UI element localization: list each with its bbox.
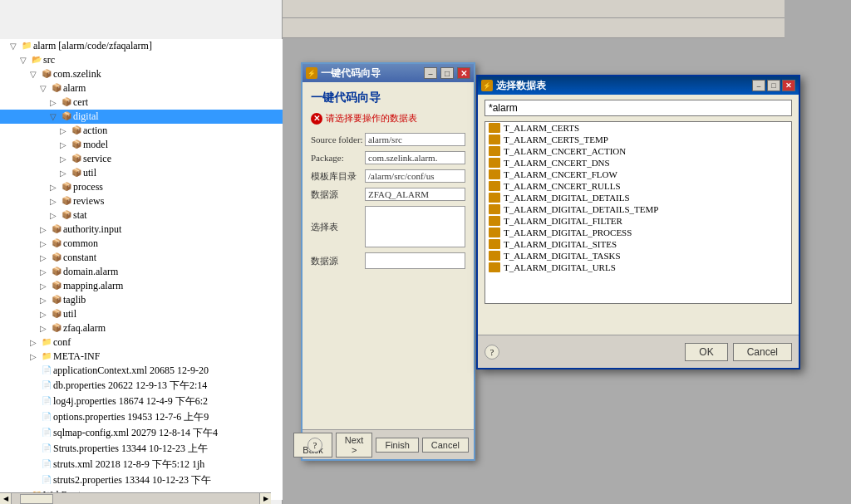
table-list-item[interactable]: T_ALARM_CNCERT_FLOW	[485, 169, 791, 180]
tree-item-label: db.properties 20622 12-9-13 下午2:14	[53, 379, 207, 393]
table-list-item[interactable]: T_ALARM_DIGITAL_SITES	[485, 238, 791, 250]
table-title-icon: ⚡	[481, 80, 493, 91]
tree-item-label: META-INF	[53, 350, 100, 363]
table-list[interactable]: T_ALARM_CERTS T_ALARM_CERTS_TEMP T_ALARM…	[485, 121, 792, 304]
table-list-item[interactable]: T_ALARM_DIGITAL_FILTER	[485, 215, 791, 227]
table-maximize-btn[interactable]: □	[767, 80, 780, 91]
package-icon: 📦	[60, 210, 73, 222]
list-item[interactable]: 📄 applicationContext.xml 20685 12-9-20	[0, 364, 283, 378]
package-icon: 📦	[70, 139, 83, 151]
error-icon: ✕	[311, 113, 322, 125]
table-cancel-btn[interactable]: Cancel	[733, 343, 792, 361]
list-item[interactable]: 📄 options.properties 19453 12-7-6 上午9	[0, 409, 283, 425]
list-item[interactable]: ▷ 📦 stat	[0, 208, 283, 223]
package-label: Package:	[311, 153, 365, 163]
package-icon: 📦	[50, 281, 63, 292]
xml-icon: 📄	[40, 365, 53, 377]
tree-item-label: common	[63, 237, 98, 250]
tree-root[interactable]: ▽ 📁 alarm [alarm/code/zfaqalarm]	[0, 39, 283, 53]
list-item[interactable]: ▽ 📦 com.szelink	[0, 67, 283, 81]
table-list-item[interactable]: T_ALARM_CERTS	[485, 122, 791, 134]
package-icon: 📦	[60, 182, 73, 193]
list-item[interactable]: ▷ 📦 zfaq.alarm	[0, 321, 283, 335]
table-close-btn[interactable]: ✕	[782, 80, 795, 91]
table-list-item[interactable]: T_ALARM_CNCERT_DNS	[485, 157, 791, 169]
table-item-icon	[489, 251, 500, 261]
tree-item-label: taglib	[63, 294, 86, 306]
list-item[interactable]: ▷ 📦 process	[0, 180, 283, 194]
package-icon: 📦	[50, 83, 63, 95]
tree-item-label: log4j.properties 18674 12-4-9 下午6:2	[53, 394, 208, 409]
table-minimize-btn[interactable]: –	[752, 80, 765, 91]
list-item[interactable]: ▽ 📦 digital	[0, 110, 283, 124]
root-icon: 📁	[20, 41, 33, 52]
tree-item-label: reviews	[73, 195, 104, 208]
wizard-finish-btn[interactable]: Finish	[376, 438, 418, 453]
table-list-item[interactable]: T_ALARM_CERTS_TEMP	[485, 134, 791, 145]
wizard-help-btn[interactable]: ?	[307, 438, 322, 453]
list-item[interactable]: 📄 Struts.properties 13344 10-12-23 上午	[0, 441, 283, 457]
hscroll-right-btn[interactable]: ▶	[259, 493, 271, 505]
table-list-item[interactable]: T_ALARM_CNCERT_ACTION	[485, 145, 791, 157]
list-item[interactable]: ▷ 📦 service	[0, 152, 283, 166]
table-list-item[interactable]: T_ALARM_DIGITAL_URLS	[485, 262, 791, 273]
table-item-icon	[489, 158, 500, 168]
xml-icon: 📄	[40, 428, 53, 439]
table-list-item[interactable]: T_ALARM_DIGITAL_PROCESS	[485, 227, 791, 238]
list-item[interactable]: ▷ 📁 conf	[0, 335, 283, 350]
list-item[interactable]: 📄 struts.xml 20218 12-8-9 下午5:12 1jh	[0, 457, 283, 472]
table-search-input[interactable]	[485, 100, 792, 116]
source-folder-row: Source folder: alarm/src	[311, 133, 465, 146]
tree-scroll[interactable]: ▽ 📁 alarm [alarm/code/zfaqalarm] ▽ 📂 src…	[0, 39, 283, 500]
table-list-item[interactable]: T_ALARM_DIGITAL_TASKS	[485, 250, 791, 262]
wizard-next-btn[interactable]: Next >	[336, 433, 373, 458]
package-icon: 📦	[70, 168, 83, 179]
list-item[interactable]: ▷ 📦 model	[0, 138, 283, 152]
tree-item-label: model	[83, 139, 108, 151]
list-item[interactable]: 📄 db.properties 20622 12-9-13 下午2:14	[0, 378, 283, 394]
tree-hscrollbar[interactable]: ◀ ▶	[0, 492, 271, 504]
list-item[interactable]: ▷ 📦 authority.input	[0, 223, 283, 237]
tree-item-label: zfaq.alarm	[63, 322, 106, 335]
table-ok-btn[interactable]: OK	[685, 343, 727, 361]
table-item-label: T_ALARM_DIGITAL_FILTER	[504, 216, 622, 226]
list-item[interactable]: 📄 log4j.properties 18674 12-4-9 下午6:2	[0, 394, 283, 409]
list-item[interactable]: ▷ 📦 reviews	[0, 194, 283, 208]
list-item[interactable]: 📄 struts2.properties 13344 10-12-23 下午	[0, 472, 283, 488]
list-item[interactable]: ▷ 📁 META-INF	[0, 350, 283, 364]
wizard-cancel-btn[interactable]: Cancel	[422, 438, 469, 453]
package-icon: 📦	[70, 154, 83, 165]
select-table-area[interactable]	[365, 206, 465, 247]
table-item-icon	[489, 239, 500, 249]
list-item[interactable]: ▷ 📦 util	[0, 307, 283, 321]
list-item[interactable]: ▷ 📦 domain.alarm	[0, 265, 283, 279]
table-help-btn[interactable]: ?	[485, 345, 499, 360]
wizard-close-btn[interactable]: ✕	[457, 67, 470, 79]
list-item[interactable]: ▽ 📂 src	[0, 53, 283, 67]
template-dir-value: /alarm/src/conf/us	[365, 169, 465, 183]
list-item[interactable]: ▷ 📦 taglib	[0, 293, 283, 307]
folder-icon: 📁	[40, 337, 53, 349]
wizard-maximize-btn[interactable]: □	[440, 67, 454, 79]
list-item[interactable]: 📄 sqlmap-config.xml 20279 12-8-14 下午4	[0, 425, 283, 441]
list-item[interactable]: ▷ 📦 action	[0, 124, 283, 138]
wizard-titlebar: ⚡ 一键代码向导 – □ ✕	[303, 64, 474, 82]
table-list-item[interactable]: T_ALARM_CNCERT_RULLS	[485, 180, 791, 192]
hscroll-thumb[interactable]	[20, 494, 53, 504]
table-body: T_ALARM_CERTS T_ALARM_CERTS_TEMP T_ALARM…	[478, 95, 799, 309]
hscroll-left-btn[interactable]: ◀	[0, 493, 12, 505]
tree-item-label: struts2.properties 13344 10-12-23 下午	[53, 473, 211, 487]
list-item[interactable]: ▷ 📦 constant	[0, 251, 283, 265]
table-list-item[interactable]: T_ALARM_DIGITAL_DETAILS	[485, 192, 791, 203]
datasource2-input[interactable]	[365, 252, 465, 269]
package-icon: 📦	[50, 252, 63, 264]
table-list-item[interactable]: T_ALARM_DIGITAL_DETAILS_TEMP	[485, 203, 791, 215]
list-item[interactable]: ▷ 📦 common	[0, 237, 283, 251]
list-item[interactable]: ▽ 📦 alarm	[0, 81, 283, 95]
list-item[interactable]: ▷ 📦 cert	[0, 95, 283, 110]
list-item[interactable]: ▷ 📦 mapping.alarm	[0, 279, 283, 293]
wizard-error-text: 请选择要操作的数据表	[326, 112, 417, 125]
list-item[interactable]: ▷ 📦 util	[0, 166, 283, 180]
datasource-row: 数据源 ZFAQ_ALARM	[311, 188, 465, 201]
wizard-minimize-btn[interactable]: –	[424, 67, 437, 79]
